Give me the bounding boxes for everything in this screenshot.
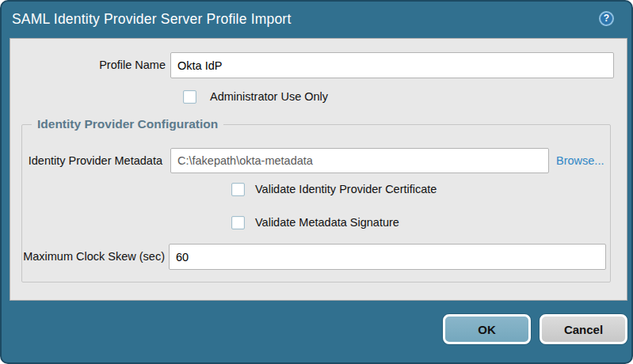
cancel-button[interactable]: Cancel: [540, 314, 627, 344]
idp-metadata-label: Identity Provider Metadata: [22, 148, 162, 173]
validate-metadata-signature-checkbox[interactable]: [231, 216, 245, 229]
administrator-use-only-checkbox[interactable]: [183, 90, 196, 104]
profile-name-input[interactable]: [170, 52, 614, 78]
max-clock-skew-label: Maximum Clock Skew (sec): [22, 244, 165, 270]
validate-idp-certificate-label: Validate Identity Provider Certificate: [255, 183, 437, 196]
administrator-use-only-label: Administrator Use Only: [210, 90, 328, 104]
idp-metadata-input[interactable]: [170, 148, 549, 173]
dialog-body: Profile Name Administrator Use Only Iden…: [10, 38, 627, 301]
saml-idp-import-dialog: SAML Identity Provider Server Profile Im…: [0, 0, 633, 364]
idp-configuration-legend: Identity Provider Configuration: [32, 117, 223, 131]
idp-configuration-fieldset: Identity Provider Configuration Identity…: [21, 124, 611, 282]
help-icon[interactable]: ?: [599, 11, 614, 26]
profile-name-label: Profile Name: [10, 52, 166, 78]
browse-link[interactable]: Browse...: [556, 148, 604, 173]
ok-button[interactable]: OK: [443, 314, 531, 344]
validate-metadata-signature-label: Validate Metadata Signature: [255, 216, 399, 229]
dialog-title: SAML Identity Provider Server Profile Im…: [2, 11, 291, 28]
validate-idp-certificate-checkbox[interactable]: [231, 183, 245, 196]
dialog-titlebar: SAML Identity Provider Server Profile Im…: [2, 2, 631, 37]
max-clock-skew-input[interactable]: [169, 244, 606, 270]
